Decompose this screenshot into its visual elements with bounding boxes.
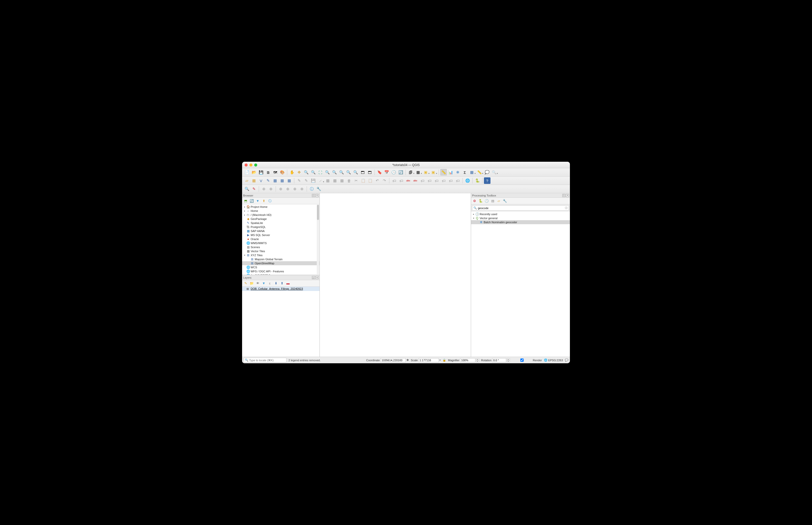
new-mesh-button[interactable]: ▦ (286, 177, 292, 184)
tree-item-wms[interactable]: 🌐WMS/WMTS (242, 241, 319, 245)
save-as-button[interactable]: 🗎 (265, 169, 271, 176)
expand-icon[interactable]: ▸ (243, 274, 246, 274)
new-bookmark-button[interactable]: 🔖 (376, 169, 383, 176)
zoom-in-button[interactable]: 🔍 (303, 169, 309, 176)
style-manager-button[interactable]: 🎨 (279, 169, 286, 176)
zoom-next-button[interactable]: 🔍 (352, 169, 359, 176)
expression-filter-icon[interactable]: ε (267, 281, 272, 286)
toolbox-search[interactable]: 🔍 ⓧ (472, 205, 569, 211)
options-icon[interactable]: 🔧 (502, 198, 507, 204)
zoom-full-button[interactable]: ⛶ (317, 169, 323, 176)
collapse-all-icon[interactable]: ⬆ (261, 198, 266, 204)
expand-icon[interactable]: ▾ (243, 254, 246, 256)
annotation-button[interactable]: 💭 (484, 169, 490, 176)
map-canvas[interactable] (320, 193, 471, 357)
quickosm-button[interactable]: 🔍 (244, 186, 250, 192)
toggle-extents-icon[interactable]: ✥ (406, 359, 409, 362)
refresh-browser-icon[interactable]: 🔄 (249, 198, 254, 204)
new-project-button[interactable]: 📄 (244, 169, 250, 176)
python-console-button[interactable]: 🐍 (474, 177, 481, 184)
properties-icon[interactable]: ⓘ (267, 198, 272, 204)
abc-label-button[interactable]: abc (405, 177, 411, 184)
clear-search-icon[interactable]: ⓧ (565, 206, 568, 210)
tree-item-xyz-tiles[interactable]: ▾⊞XYZ Tiles (242, 253, 319, 257)
plugin-button-1[interactable]: 🌐 (464, 177, 471, 184)
stats-button[interactable]: 📊 (447, 169, 454, 176)
open-attr-table-button[interactable]: ▦ (415, 169, 421, 176)
filter-legend-icon[interactable]: ▼ (261, 281, 266, 286)
tree-item-postgresql[interactable]: 🐘PostgreSQL (242, 225, 319, 229)
add-vector-button[interactable]: ▱ (244, 177, 250, 184)
models-icon[interactable]: ⚙ (472, 198, 477, 204)
new-3d-map-button[interactable]: 🗔 (366, 169, 373, 176)
zoom-layer-button[interactable]: 🔍 (331, 169, 338, 176)
new-print-layout-button[interactable]: 🗺 (272, 169, 278, 176)
crs-button[interactable]: 🌐 EPSG:2263 (544, 359, 563, 362)
expand-icon[interactable]: ▸ (243, 206, 246, 208)
abc-label-button-2[interactable]: abc (412, 177, 419, 184)
tree-item-home[interactable]: ▸⌂Home (242, 209, 319, 213)
refresh-button[interactable]: 🔄 (397, 169, 404, 176)
remove-layer-icon[interactable]: ▬ (286, 281, 290, 286)
tree-item-batch-nominatim[interactable]: ❋Batch Nominatim geocoder (471, 220, 570, 224)
toolbox-dock-button[interactable]: ◫ (562, 194, 565, 197)
open-project-button[interactable]: 📂 (251, 169, 257, 176)
rot-up[interactable]: ▴ (507, 358, 510, 360)
messages-icon[interactable]: 💬 (565, 359, 568, 362)
tree-item-mssql[interactable]: ▶MS SQL Server (242, 233, 319, 237)
tree-item-xyz-mapzen[interactable]: ⊞Mapzen Global Terrain (242, 257, 319, 261)
expand-icon[interactable]: ▾ (472, 217, 475, 220)
new-spatialite-button[interactable]: ▦ (272, 177, 278, 184)
mag-down[interactable]: ▾ (476, 360, 479, 362)
zoom-selection-button[interactable]: 🔍 (324, 169, 331, 176)
tree-item-project-home[interactable]: ▸🏠Project Home (242, 205, 319, 209)
mag-up[interactable]: ▴ (476, 358, 479, 360)
locator-input[interactable] (249, 359, 285, 362)
new-virtual-button[interactable]: ▦ (279, 177, 286, 184)
close-button[interactable] (245, 164, 248, 166)
temporal-button[interactable]: 📅 (383, 169, 390, 176)
rotation-input[interactable] (492, 358, 506, 362)
lock-scale-icon[interactable]: 🔒 (443, 359, 446, 362)
tree-item-xyz-osm[interactable]: ⊞OpenStreetMap (242, 261, 319, 265)
tree-item-wfs[interactable]: 🌐WFS / OGC API - Features (242, 269, 319, 273)
new-map-view-button[interactable]: 🗔 (359, 169, 366, 176)
measure-button[interactable]: 📏 (440, 169, 447, 176)
history-icon[interactable]: 🕓 (484, 198, 489, 204)
visibility-icon[interactable]: 👁 (255, 281, 260, 286)
collapse-all-layers-icon[interactable]: ⬆ (279, 281, 285, 286)
browser-tree[interactable]: ▸🏠Project Home▸⌂Home▸🗀/ (Macintosh HD)◆G… (242, 204, 319, 274)
select-features-button[interactable]: ▣ (422, 169, 429, 176)
render-checkbox[interactable] (512, 359, 532, 362)
scripts-icon[interactable]: 🐍 (478, 198, 483, 204)
expand-icon[interactable]: ▸ (472, 213, 475, 215)
new-shapefile-button[interactable]: ✎ (265, 177, 271, 184)
new-geopackage-button[interactable]: V (258, 177, 264, 184)
show-map-tips-button[interactable]: ❋ (454, 169, 461, 176)
layer-dob-cellular[interactable]: ▦DOB_Cellular_Antenna_Filings_20240923 (242, 287, 319, 291)
tree-item-sap-hana[interactable]: ▦SAP HANA (242, 229, 319, 233)
minimize-button[interactable] (249, 164, 252, 166)
tree-item-scenes[interactable]: ▦Scenes (242, 245, 319, 249)
attribute-table-button[interactable]: ▦ (468, 169, 475, 176)
zoom-native-button[interactable]: 🔍 (338, 169, 345, 176)
scale-dropdown-icon[interactable]: ▾ (439, 359, 440, 361)
tree-item-spatialite[interactable]: ✎SpatiaLite (242, 221, 319, 225)
coordinate-input[interactable] (380, 358, 406, 362)
identify-button[interactable]: 🗐 (407, 169, 414, 176)
layers-dock-button[interactable]: ◫ (312, 276, 315, 279)
scale-input[interactable] (419, 358, 439, 362)
measure-line-button[interactable]: 📏 (476, 169, 483, 176)
add-layer-icon[interactable]: ⬒ (243, 198, 248, 204)
expand-icon[interactable]: ▸ (243, 210, 246, 212)
zoom-last-button[interactable]: 🔍 (345, 169, 352, 176)
filter-browser-icon[interactable]: ▼ (255, 198, 260, 204)
tree-item-oracle[interactable]: ●Oracle (242, 237, 319, 241)
browser-dock-button[interactable]: ◫ (312, 194, 315, 197)
field-calc-button[interactable]: Σ (462, 169, 468, 176)
tree-item-recently-used[interactable]: ▸🕓Recently used (471, 212, 570, 216)
josm-button[interactable]: ✎ (251, 186, 257, 192)
help-button[interactable]: ? (484, 177, 491, 184)
zoom-out-button[interactable]: 🔍 (310, 169, 317, 176)
pan-to-selection-button[interactable]: ✥ (296, 169, 302, 176)
